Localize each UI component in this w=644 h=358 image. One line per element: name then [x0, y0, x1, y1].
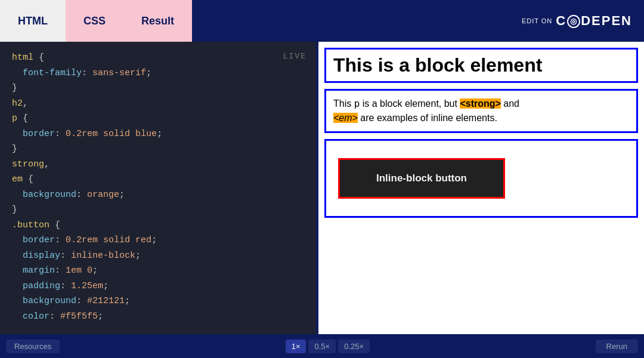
main-area: LIVE html { font-family: sans-serif; } h… [0, 42, 644, 358]
p-code: p [354, 98, 360, 109]
tab-css[interactable]: CSS [66, 0, 123, 42]
code-line: em { [12, 172, 304, 187]
code-line: margin: 1em 0; [12, 263, 304, 279]
p-text-mid: is a block element, but [360, 98, 460, 109]
code-line: border: 0.2rem solid blue; [12, 126, 304, 142]
code-line: background: #212121; [12, 294, 304, 309]
result-button[interactable]: Inline-block button [338, 158, 505, 199]
code-line: background: orange; [12, 187, 304, 203]
resources-button[interactable]: Resources [6, 340, 60, 353]
codepen-logo: EDIT ON C◎DEPEN [192, 0, 644, 42]
code-line: .button { [12, 218, 304, 233]
code-line: h2, [12, 96, 304, 112]
result-div: Inline-block button [324, 139, 638, 218]
code-line: } [12, 81, 304, 96]
top-bar: HTML CSS Result EDIT ON C◎DEPEN [0, 0, 644, 42]
bottom-left-group: Resources [6, 340, 60, 353]
p-text-before: This [333, 98, 354, 109]
zoom-025x-button[interactable]: 0.25× [338, 340, 370, 353]
rerun-button[interactable]: Rerun [596, 340, 638, 353]
edit-on-text: EDIT ON [522, 17, 552, 24]
p-text-after: are examples of inline elements. [358, 113, 497, 123]
code-line: border: 0.2rem solid red; [12, 233, 304, 248]
code-panel[interactable]: LIVE html { font-family: sans-serif; } h… [0, 42, 316, 358]
zoom-1x-button[interactable]: 1× [286, 340, 306, 353]
zoom-05x-button[interactable]: 0.5× [308, 340, 336, 353]
code-line: html { [12, 50, 304, 66]
code-line: display: inline-block; [12, 248, 304, 264]
p-strong: <strong> [460, 98, 500, 109]
code-line: strong, [12, 157, 304, 172]
live-badge: LIVE [283, 50, 306, 63]
zoom-group: 1× 0.5× 0.25× [286, 340, 370, 353]
tab-html[interactable]: HTML [0, 0, 66, 42]
p-text-and: and [501, 98, 519, 109]
code-line: font-family: sans-serif; [12, 66, 304, 81]
code-line: } [12, 141, 304, 157]
tab-result[interactable]: Result [123, 0, 192, 42]
result-paragraph: This p is a block element, but <strong> … [324, 89, 638, 133]
code-line: color: #f5f5f5; [12, 309, 304, 325]
p-em: <em> [333, 113, 358, 123]
bottom-bar: Resources 1× 0.5× 0.25× Rerun [0, 334, 644, 358]
result-heading: This is a block element [324, 48, 638, 83]
code-line: p { [12, 111, 304, 126]
code-line: } [12, 202, 304, 218]
result-panel: This is a block element This p is a bloc… [318, 42, 644, 358]
code-line: padding: 1.25em; [12, 279, 304, 294]
codepen-brand-text: C◎DEPEN [556, 13, 632, 29]
